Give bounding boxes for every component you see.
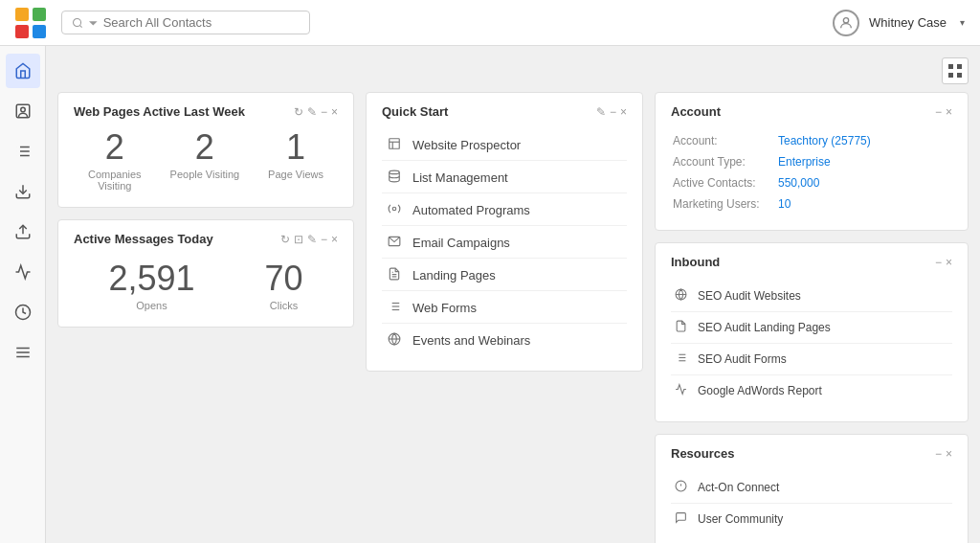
header-right: Whitney Case ▾	[833, 10, 965, 36]
adwords-icon	[673, 383, 688, 398]
qs-events-webinars[interactable]: Events and Webinars	[382, 326, 627, 355]
body-wrap: Web Pages Active Last Week ↻ ✎ − × 2 Com…	[0, 46, 980, 543]
svg-rect-24	[948, 73, 953, 78]
web-pages-controls: ↻ ✎ − ×	[294, 105, 338, 119]
svg-rect-0	[15, 8, 29, 21]
people-visiting-label: People Visiting	[170, 169, 240, 180]
svg-point-4	[74, 18, 81, 26]
quick-start-title: Quick Start	[382, 104, 448, 119]
account-row-name: Account: Teachtory (25775)	[671, 130, 952, 151]
quick-start-list: Website Prospector List Management	[382, 130, 627, 355]
inbound-seo-forms[interactable]: SEO Audit Forms	[671, 344, 952, 375]
nav-item-activity[interactable]	[6, 295, 40, 329]
account-row-contacts: Active Contacts: 550,000	[671, 172, 952, 193]
inbound-header: Inbound − ×	[671, 255, 952, 269]
user-dropdown-arrow[interactable]: ▾	[960, 17, 965, 28]
active-msg-table-icon[interactable]: ⊡	[294, 233, 303, 246]
grid-view-button[interactable]	[942, 57, 969, 84]
user-name-label: Whitney Case	[869, 15, 947, 30]
stat-people-visiting: 2 People Visiting	[170, 130, 240, 180]
account-value-type: Enterprise	[776, 151, 952, 172]
web-pages-widget: Web Pages Active Last Week ↻ ✎ − × 2 Com…	[57, 92, 354, 208]
resources-widget: Resources − ×	[655, 434, 969, 543]
active-msg-refresh-icon[interactable]: ↻	[280, 233, 290, 246]
qs-landing-pages[interactable]: Landing Pages	[382, 260, 627, 291]
account-label-users: Marketing Users:	[671, 193, 776, 215]
inbound-seo-websites[interactable]: SEO Audit Websites	[671, 281, 952, 312]
account-minimize-icon[interactable]: −	[935, 105, 942, 119]
nav-item-upload[interactable]	[6, 215, 40, 249]
web-pages-close-icon[interactable]: ×	[331, 105, 338, 119]
search-dropdown-icon[interactable]	[89, 18, 98, 28]
left-nav	[0, 46, 46, 543]
resource-user-community[interactable]: User Community	[671, 504, 952, 534]
svg-marker-6	[89, 21, 98, 25]
account-close-icon[interactable]: ×	[946, 105, 952, 119]
quick-start-minimize-icon[interactable]: −	[610, 105, 616, 119]
widgets-col-mid: Quick Start ✎ − ×	[366, 92, 643, 372]
automated-programs-icon	[386, 202, 403, 218]
quick-start-widget: Quick Start ✎ − ×	[366, 92, 643, 372]
nav-item-settings[interactable]	[6, 335, 40, 370]
qs-website-prospector[interactable]: Website Prospector	[382, 130, 627, 161]
account-row-users: Marketing Users: 10	[671, 193, 952, 215]
qs-web-forms[interactable]: Web Forms	[382, 293, 627, 324]
page-views-label: Page Views	[268, 169, 323, 180]
quick-start-edit-icon[interactable]: ✎	[596, 105, 606, 119]
nav-item-contacts[interactable]	[6, 94, 40, 128]
inbound-controls: − ×	[935, 256, 952, 269]
resources-list: Act-On Connect User Community	[671, 472, 952, 534]
widgets-row: Web Pages Active Last Week ↻ ✎ − × 2 Com…	[57, 92, 969, 543]
resources-close-icon[interactable]: ×	[946, 447, 952, 461]
resources-header: Resources − ×	[671, 446, 952, 461]
inbound-minimize-icon[interactable]: −	[935, 256, 942, 269]
inbound-list: SEO Audit Websites SEO Audit Landing Pag…	[671, 281, 952, 406]
inbound-title: Inbound	[671, 255, 720, 269]
quick-start-header: Quick Start ✎ − ×	[382, 104, 627, 119]
resources-title: Resources	[671, 446, 734, 461]
web-forms-icon	[386, 300, 403, 316]
main-content: Web Pages Active Last Week ↻ ✎ − × 2 Com…	[46, 46, 980, 543]
active-msg-edit-icon[interactable]: ✎	[307, 233, 317, 246]
qs-automated-programs-label: Automated Programs	[412, 203, 530, 217]
search-input[interactable]	[103, 15, 300, 30]
nav-item-reports[interactable]	[6, 255, 40, 289]
opens-label: Opens	[136, 300, 167, 311]
qs-email-campaigns[interactable]: Email Campaigns	[382, 228, 627, 259]
inbound-seo-landing[interactable]: SEO Audit Landing Pages	[671, 312, 952, 344]
svg-rect-26	[390, 139, 400, 149]
qs-automated-programs[interactable]: Automated Programs	[382, 195, 627, 226]
active-msg-close-icon[interactable]: ×	[331, 233, 338, 246]
user-community-icon	[673, 511, 688, 527]
companies-visiting-number: 2	[105, 130, 124, 165]
account-value-name[interactable]: Teachtory (25775)	[776, 130, 952, 151]
svg-point-7	[843, 17, 848, 22]
inbound-close-icon[interactable]: ×	[946, 256, 952, 269]
active-msg-minimize-icon[interactable]: −	[321, 233, 327, 246]
svg-point-28	[390, 170, 400, 174]
svg-rect-22	[948, 64, 953, 69]
web-pages-edit-icon[interactable]: ✎	[307, 105, 317, 119]
top-bar	[57, 57, 969, 84]
search-area[interactable]	[61, 11, 310, 34]
email-campaigns-icon	[386, 235, 403, 251]
qs-list-management-label: List Management	[412, 170, 508, 185]
active-messages-header: Active Messages Today ↻ ⊡ ✎ − ×	[74, 232, 338, 246]
nav-item-download[interactable]	[6, 174, 40, 209]
web-pages-minimize-icon[interactable]: −	[321, 105, 327, 119]
resource-act-on-label: Act-On Connect	[698, 481, 779, 494]
nav-item-home[interactable]	[6, 54, 40, 88]
account-value-users: 10	[776, 193, 952, 215]
act-on-connect-icon	[673, 480, 688, 495]
qs-list-management[interactable]: List Management	[382, 163, 627, 193]
inbound-adwords[interactable]: Google AdWords Report	[671, 375, 952, 406]
nav-item-lists[interactable]	[6, 134, 40, 169]
svg-rect-3	[33, 25, 46, 38]
web-pages-refresh-icon[interactable]: ↻	[294, 105, 303, 119]
resource-act-on-connect[interactable]: Act-On Connect	[671, 472, 952, 504]
qs-web-forms-label: Web Forms	[412, 301, 477, 315]
resources-minimize-icon[interactable]: −	[935, 447, 942, 461]
companies-visiting-label: CompaniesVisiting	[88, 169, 142, 192]
quick-start-close-icon[interactable]: ×	[620, 105, 627, 119]
active-messages-controls: ↻ ⊡ ✎ − ×	[280, 233, 338, 246]
